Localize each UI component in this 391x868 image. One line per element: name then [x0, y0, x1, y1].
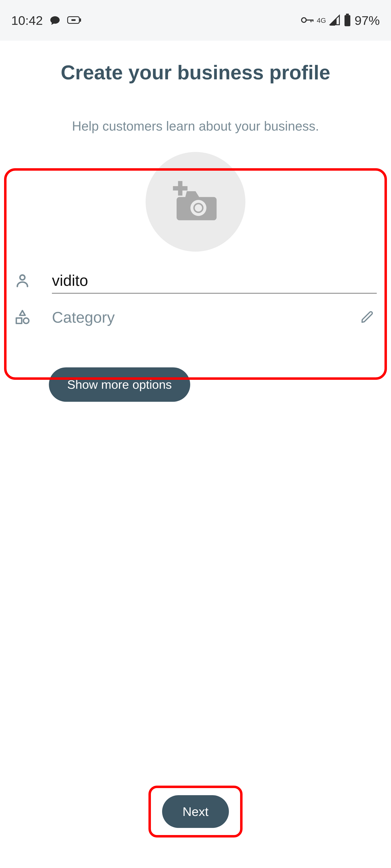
svg-point-3 [301, 18, 306, 22]
status-right: 4G 97% [301, 13, 380, 28]
main-content: Create your business profile Help custom… [0, 41, 391, 868]
annotation-highlight-next-button: Next [148, 786, 242, 837]
svg-point-14 [20, 275, 25, 280]
status-left: 10:42 [11, 13, 81, 28]
show-more-wrap: Show more options [0, 367, 391, 402]
chat-bubble-icon [49, 15, 61, 26]
svg-rect-5 [310, 20, 311, 22]
avatar-wrap [12, 152, 379, 252]
svg-point-13 [195, 204, 202, 212]
status-time: 10:42 [11, 13, 43, 28]
bottom-area: Next [0, 786, 391, 837]
battery-indicator-icon [67, 16, 81, 24]
network-label: 4G [317, 17, 326, 24]
svg-rect-1 [80, 18, 81, 22]
business-name-row [12, 268, 379, 293]
svg-point-16 [23, 318, 29, 323]
svg-rect-7 [346, 13, 349, 15]
svg-rect-8 [344, 15, 351, 26]
next-button[interactable]: Next [162, 795, 229, 828]
page-subtitle: Help customers learn about your business… [0, 119, 391, 134]
show-more-options-button[interactable]: Show more options [49, 367, 190, 402]
category-field[interactable]: Category [52, 305, 338, 330]
profile-block: Category [0, 150, 391, 330]
person-icon [14, 273, 31, 289]
business-name-input[interactable] [52, 268, 377, 293]
category-row: Category [12, 305, 379, 330]
category-shapes-icon [14, 309, 31, 326]
battery-icon [343, 13, 352, 27]
svg-rect-10 [173, 186, 187, 190]
svg-rect-4 [305, 20, 313, 21]
svg-rect-2 [72, 19, 76, 21]
page-title: Create your business profile [0, 61, 391, 84]
svg-rect-6 [312, 20, 313, 22]
battery-percent: 97% [355, 13, 380, 28]
add-profile-photo[interactable] [146, 152, 245, 252]
pencil-icon[interactable] [360, 310, 374, 325]
svg-rect-15 [16, 318, 22, 323]
status-bar: 10:42 4G [0, 0, 391, 41]
add-photo-icon [172, 181, 219, 222]
signal-icon [329, 14, 340, 26]
vpn-key-icon [301, 17, 314, 24]
